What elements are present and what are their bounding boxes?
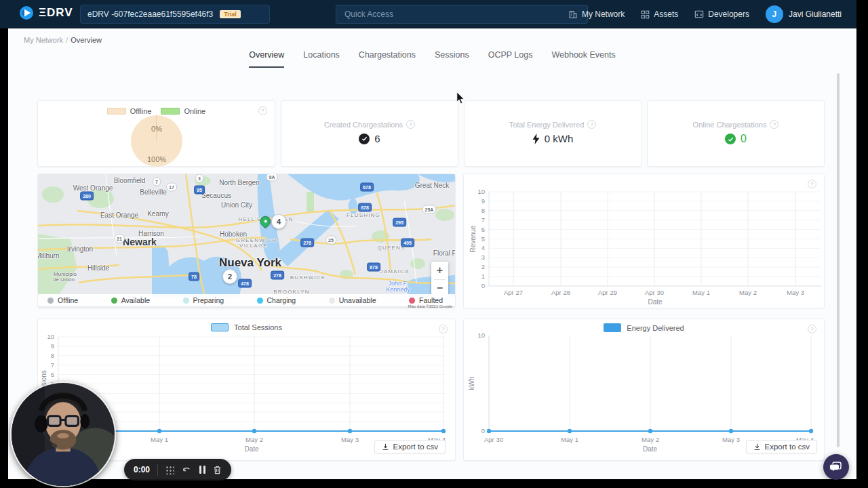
- search-input[interactable]: [336, 5, 587, 23]
- svg-text:Date: Date: [648, 298, 663, 306]
- quick-access-search[interactable]: [336, 5, 588, 24]
- user-menu[interactable]: J Javi Giulianetti: [766, 5, 842, 23]
- map-label: John F.: [388, 280, 408, 287]
- status-dot-icon: [409, 298, 415, 304]
- sessions-legend[interactable]: Total Sessions: [38, 323, 455, 331]
- download-icon: [753, 443, 761, 451]
- recording-time: 0:00: [134, 465, 150, 474]
- map-legend-item: Faulted: [409, 296, 443, 304]
- svg-text:kWh: kWh: [468, 377, 475, 390]
- help-icon[interactable]: ?: [770, 120, 778, 129]
- stat-title: Total Energy Delivered?: [465, 120, 641, 129]
- tab-locations[interactable]: Locations: [303, 50, 340, 61]
- svg-text:May 1: May 1: [692, 289, 710, 296]
- overview-page: My Network/Overview Overview Locations C…: [8, 28, 856, 479]
- svg-text:9: 9: [51, 342, 54, 350]
- trash-icon[interactable]: [213, 465, 222, 474]
- zoom-in-button[interactable]: +: [431, 262, 448, 279]
- code-window-icon: [694, 9, 704, 19]
- map-label: Irvington: [67, 245, 93, 253]
- status-pie-card: Offline Online ? 0% 100%: [37, 100, 275, 167]
- nav-label: Developers: [708, 9, 749, 19]
- tab-overview[interactable]: Overview: [249, 50, 284, 61]
- help-icon[interactable]: ?: [258, 106, 267, 115]
- revenue-chart: 109876543210Apr 27Apr 28Apr 29Apr 30May …: [464, 174, 825, 312]
- breadcrumb-parent[interactable]: My Network: [24, 36, 63, 44]
- nav-my-network[interactable]: My Network: [568, 9, 625, 19]
- route-shield: 278: [300, 239, 314, 247]
- map-cluster-marker[interactable]: 2: [222, 269, 237, 284]
- map-zoom-control: + −: [431, 262, 448, 297]
- stat-title: Online Chargestations?: [648, 120, 824, 129]
- legend-online: Online: [161, 107, 205, 115]
- route-shield: 21: [114, 235, 125, 243]
- route-shield: 495: [401, 239, 414, 247]
- lightning-bolt-icon: [532, 134, 540, 144]
- help-icon[interactable]: ?: [587, 120, 596, 129]
- total-energy-card: Total Energy Delivered? 0 kWh: [464, 100, 642, 167]
- map-label: Harrison: [138, 230, 164, 237]
- export-energy-csv-button[interactable]: Export to csv: [746, 440, 817, 453]
- map-label: Secaucus: [201, 192, 231, 199]
- map-legend-item: Unavailable: [329, 296, 376, 304]
- browser-viewport: ΞDRV eDRV -607fec2eaae61f5595ef46f3 Tria…: [0, 0, 856, 479]
- edrv-logo[interactable]: ΞDRV: [19, 5, 73, 20]
- map-legend-item: Offline: [47, 296, 78, 304]
- online-swatch: [161, 108, 180, 115]
- chat-widget-button[interactable]: [823, 454, 849, 480]
- trial-badge: Trial: [220, 10, 241, 18]
- tab-chargestations[interactable]: Chargestations: [359, 50, 416, 61]
- svg-text:7: 7: [51, 361, 54, 369]
- svg-text:May 2: May 2: [739, 289, 757, 296]
- map-label: Hillside: [87, 264, 109, 272]
- section-tabs: Overview Locations Chargestations Sessio…: [8, 50, 856, 61]
- help-icon[interactable]: ?: [406, 120, 415, 129]
- route-shield: 7: [153, 178, 161, 186]
- page-scrollbar[interactable]: [837, 73, 840, 447]
- svg-text:Apr 30: Apr 30: [484, 436, 503, 443]
- map-label: Great Neck: [415, 182, 450, 189]
- map-label: Kearny: [147, 210, 169, 218]
- top-navbar: ΞDRV eDRV -607fec2eaae61f5595ef46f3 Tria…: [0, 0, 856, 28]
- tab-webhook-events[interactable]: Webhook Events: [551, 50, 615, 61]
- pause-icon[interactable]: [199, 466, 205, 474]
- map-label: JAMAICA: [380, 268, 409, 274]
- svg-text:Apr 30: Apr 30: [645, 289, 664, 296]
- map-pin-marker[interactable]: [258, 214, 272, 228]
- svg-text:5: 5: [481, 235, 485, 243]
- svg-text:6: 6: [51, 371, 54, 378]
- stat-value: 6: [281, 133, 458, 144]
- map-cluster-marker[interactable]: 4: [271, 214, 286, 229]
- stat-value: 0: [648, 133, 824, 145]
- route-shield: 678: [360, 183, 374, 192]
- energy-legend[interactable]: Energy Delivered: [464, 323, 824, 332]
- map-attribution: Map data ©2021 Google: [408, 304, 452, 308]
- org-selector[interactable]: eDRV -607fec2eaae61f5595ef46f3 Trial: [80, 5, 270, 24]
- building-icon: [568, 9, 578, 19]
- svg-text:Date: Date: [244, 445, 259, 453]
- offline-swatch: [107, 108, 126, 115]
- energy-chart-card: Energy Delivered ? 100Apr 30May 1May 2Ma…: [463, 319, 825, 461]
- nav-developers[interactable]: Developers: [694, 9, 749, 19]
- svg-text:May 1: May 1: [561, 436, 578, 443]
- restart-icon[interactable]: [182, 466, 192, 474]
- tab-sessions[interactable]: Sessions: [435, 50, 469, 61]
- nav-assets[interactable]: Assets: [641, 9, 678, 19]
- svg-text:2: 2: [481, 263, 485, 270]
- svg-text:May 2: May 2: [642, 436, 659, 443]
- tab-ocpp-logs[interactable]: OCPP Logs: [488, 50, 533, 61]
- route-shield: 25A: [422, 205, 437, 214]
- svg-text:6: 6: [481, 226, 485, 233]
- assets-grid-icon: [641, 10, 650, 19]
- nav-label: Assets: [654, 9, 678, 19]
- svg-text:1: 1: [481, 272, 485, 280]
- svg-text:May 3: May 3: [722, 436, 740, 443]
- export-sessions-csv-button[interactable]: Export to csv: [374, 440, 446, 453]
- map-card: West OrangeBloomfieldBellevilleNorth Ber…: [37, 174, 456, 308]
- drag-handle-icon[interactable]: [165, 466, 174, 474]
- svg-text:Apr 28: Apr 28: [551, 289, 570, 296]
- status-dot-icon: [329, 298, 335, 304]
- map-label: Bloomfield: [114, 177, 146, 184]
- webcam-video: [12, 383, 115, 486]
- map-label: Hoboken: [220, 230, 247, 238]
